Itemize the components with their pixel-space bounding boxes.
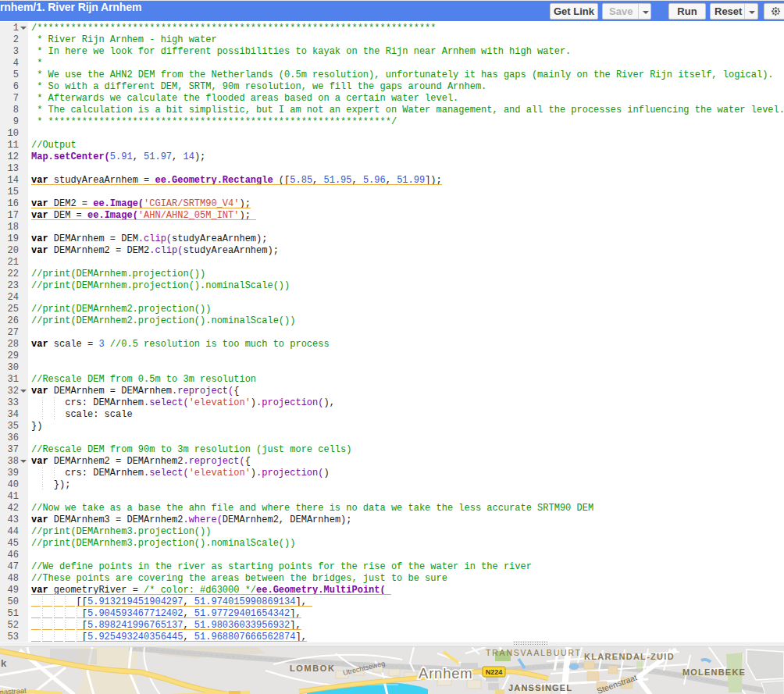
svg-text:N224: N224 (486, 668, 503, 676)
svg-text:LOMBOK: LOMBOK (290, 664, 335, 673)
svg-text:KLARENDAL-ZUID: KLARENDAL-ZUID (584, 652, 675, 661)
svg-text:Arnhem: Arnhem (419, 665, 473, 682)
svg-text:mastraat: mastraat (0, 686, 27, 694)
svg-text:JANSSINGEL: JANSSINGEL (508, 683, 572, 692)
svg-text:MOLENBEKE: MOLENBEKE (682, 667, 746, 677)
svg-text:TRANSVAALBUURT: TRANSVAALBUURT (486, 648, 582, 657)
svg-text:k: k (1, 657, 7, 669)
